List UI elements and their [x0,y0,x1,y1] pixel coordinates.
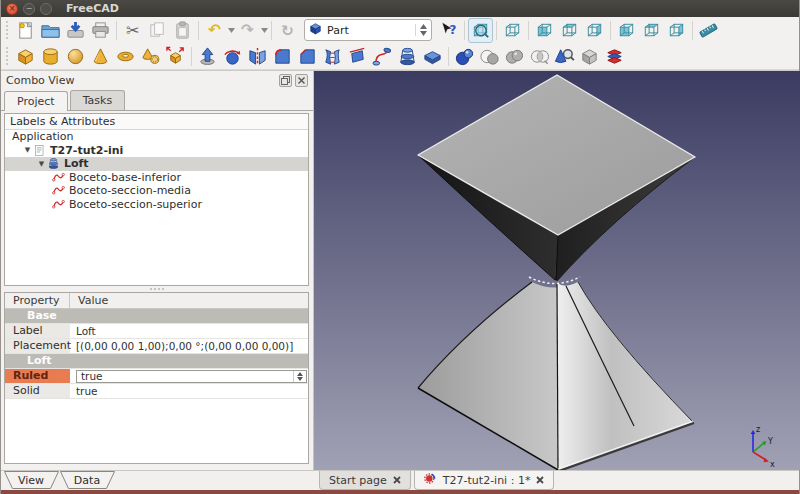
undo-icon[interactable]: ↶ [202,18,227,43]
tab-data-label[interactable]: Data [74,474,100,487]
redo-dropdown-icon[interactable] [260,18,268,43]
redo-icon[interactable]: ↷ [235,18,260,43]
cut-icon[interactable]: ✂ [120,18,145,43]
revolve-icon[interactable] [220,44,245,69]
chamfer-icon[interactable] [295,44,320,69]
tree-item-label[interactable]: Boceto-seccion-superior [66,198,205,211]
undo-dropdown-icon[interactable] [227,18,235,43]
bottom-view-icon[interactable] [639,18,664,43]
tree-expand-icon[interactable]: ▼ [37,160,46,168]
document-tab-t27-tut2-ini[interactable]: T27-tut2-ini : 1* [414,471,555,490]
property-row-placement[interactable]: Placement[(0,00 0,00 1,00);0,00 °;(0,00 … [5,339,308,354]
document-tab-start[interactable]: Start page [319,471,411,490]
fillet-icon[interactable] [270,44,295,69]
refresh-icon[interactable]: ↻ [275,18,300,43]
boolean-icon[interactable] [452,44,477,69]
tree-item-boceto-base-inferior[interactable]: Boceto-base-inferior [5,171,308,185]
value-spinner-icon[interactable] [293,371,306,382]
property-row-solid[interactable]: Solidtrue [5,384,308,399]
tree-item-label[interactable]: Loft [61,157,92,170]
tree-item-label[interactable]: Boceto-base-inferior [66,171,184,184]
property-value-text[interactable]: true [76,384,98,398]
cone-icon[interactable] [88,44,113,69]
box-icon[interactable] [13,44,38,69]
left-view-icon[interactable] [664,18,689,43]
property-name-cell[interactable]: Placement [5,339,70,353]
copy-icon[interactable] [145,18,170,43]
tab-project[interactable]: Project [4,91,68,111]
shape-builder-icon[interactable] [163,44,188,69]
sweep-icon[interactable] [370,44,395,69]
right-view-icon[interactable] [582,18,607,43]
top-view-icon[interactable] [557,18,582,43]
whats-this-icon[interactable]: ? [436,18,461,43]
extrude-icon[interactable] [195,44,220,69]
tree-item-application[interactable]: Application [5,130,308,144]
property-value-cell[interactable]: [(0,00 0,00 1,00);0,00 °;(0,00 0,00 0,00… [70,339,308,353]
close-panel-icon[interactable] [295,74,308,87]
section-icon[interactable] [420,44,445,69]
tree-item-label[interactable]: Boceto-seccion-media [66,184,194,197]
property-value-text[interactable]: true [81,369,103,383]
tree-item-loft[interactable]: ▼Loft [5,157,308,171]
close-tab-icon[interactable] [536,474,544,487]
float-panel-icon[interactable] [279,74,292,87]
tree-item-boceto-seccion-media[interactable]: Boceto-seccion-media [5,184,308,198]
close-window-button[interactable]: × [6,3,18,15]
cut-boolean-icon[interactable] [477,44,502,69]
3d-viewport[interactable]: z Y x [314,71,800,470]
tree-item-boceto-seccion-superior[interactable]: Boceto-seccion-superior [5,198,308,212]
maximize-window-button[interactable] [40,3,52,15]
tree-item-t27-tut2-ini[interactable]: ▼T27-tut2-ini [5,144,308,158]
axonometric-view-icon[interactable] [500,18,525,43]
property-value-editor[interactable]: true [76,370,307,383]
ruled-surface-icon[interactable] [320,44,345,69]
cross-sections-icon[interactable] [602,44,627,69]
tree-expand-icon[interactable]: ▼ [23,146,32,154]
offset-icon[interactable] [345,44,370,69]
workbench-selected-label: Part [327,24,411,37]
intersection-icon[interactable] [527,44,552,69]
property-row-label[interactable]: LabelLoft [5,324,308,339]
property-name-cell[interactable]: Ruled [5,369,70,383]
union-icon[interactable] [502,44,527,69]
tab-tasks[interactable]: Tasks [70,90,125,110]
property-name-cell[interactable]: Solid [5,384,70,398]
measure-icon[interactable] [696,18,721,43]
document-tab-label[interactable]: Start page [329,474,387,487]
toolbar-grip[interactable] [6,47,9,65]
model-tree: Application▼T27-tut2-ini▼LoftBoceto-base… [5,130,308,211]
tree-item-label[interactable]: Application [9,130,76,143]
property-value-text[interactable]: Loft [76,324,96,338]
tree-item-label[interactable]: T27-tut2-ini [47,144,126,157]
check-geometry-icon[interactable] [552,44,577,69]
torus-icon[interactable] [113,44,138,69]
property-value-text[interactable]: [(0,00 0,00 1,00);0,00 °;(0,00 0,00 0,00… [76,339,293,353]
rear-view-icon[interactable] [614,18,639,43]
close-tab-icon[interactable] [393,474,401,487]
print-icon[interactable] [88,18,113,43]
minimize-window-button[interactable]: − [23,3,35,15]
front-view-icon[interactable] [532,18,557,43]
property-value-cell[interactable]: true [70,369,308,383]
cylinder-icon[interactable] [38,44,63,69]
property-name-cell[interactable]: Label [5,324,70,338]
tab-view-label[interactable]: View [18,474,44,487]
property-row-ruled[interactable]: Ruledtrue [5,369,308,384]
create-primitives-icon[interactable] [138,44,163,69]
property-value-cell[interactable]: true [70,384,308,398]
document-tab-label[interactable]: T27-tut2-ini : 1* [443,474,531,487]
open-file-icon[interactable] [38,18,63,43]
fit-all-icon[interactable] [468,18,493,43]
paste-icon[interactable] [170,18,195,43]
defeaturing-icon[interactable] [577,44,602,69]
workbench-selector[interactable]: Part [304,19,432,41]
new-file-icon[interactable] [13,18,38,43]
sphere-icon[interactable] [63,44,88,69]
toolbar-grip[interactable] [6,21,9,39]
save-icon[interactable] [63,18,88,43]
property-value-cell[interactable]: Loft [70,324,308,338]
loft-icon[interactable] [395,44,420,69]
workbench-spinner-icon[interactable] [415,24,427,36]
mirror-icon[interactable] [245,44,270,69]
